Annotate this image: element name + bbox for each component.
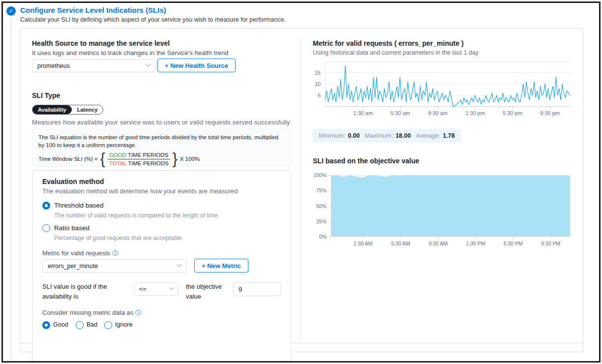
step-complete-check-icon: ✓ (6, 6, 16, 16)
minimum-label: Minimum: (319, 132, 345, 139)
x-axis-tick-label: 1:30 PM (458, 241, 493, 246)
new-health-source-button[interactable]: + New Health Source (157, 59, 236, 72)
page-title: Configure Service Level Indicatiors (SLI… (20, 6, 166, 14)
x-axis-tick-label: 9:30 am (421, 110, 455, 116)
y-axis-tick-label: 75% (308, 187, 327, 193)
sli-equation-box: The SLI equation is the number of good t… (32, 129, 291, 166)
x-axis-tick (400, 237, 401, 239)
y-axis-tick (329, 175, 331, 176)
x-axis-tick-label: 9:30 pm (533, 110, 567, 116)
x-axis-tick (363, 237, 363, 239)
sli-type-description: Measures how available your service was … (32, 119, 290, 126)
y-axis-tick-label: 50% (308, 203, 327, 209)
sli-type-heading: SLI Type (32, 91, 60, 99)
metric-chart-subtitle: Using historical data and current parame… (313, 49, 479, 56)
chevron-down-icon (177, 262, 182, 267)
missing-good-label[interactable]: Good (53, 321, 68, 328)
metric-dropdown-value: errors_per_minute (48, 263, 98, 270)
ratio-based-description: Percentage of good requests that are acc… (54, 235, 183, 242)
objective-label: the objective value (186, 282, 226, 302)
evaluation-heading: Evaluation method (42, 178, 104, 185)
threshold-based-label[interactable]: Threshold based (54, 202, 104, 209)
equation-fraction: GOOD TIME PERIODS TOTAL TIME PERIODS (108, 152, 170, 166)
x-axis-tick (475, 107, 476, 109)
chevron-down-icon (169, 285, 174, 290)
maximum-label: Maximum: (365, 132, 393, 139)
sli-type-option-availability[interactable]: Availability (32, 105, 72, 114)
missing-data-label: Consider missing metric data as ⓘ (42, 309, 141, 317)
x-axis-tick-label: 9:30 AM (421, 241, 455, 246)
health-source-dropdown[interactable]: prometheus (32, 59, 155, 72)
metric-label-text: Metric for valid requests (42, 249, 110, 257)
equation-lhs: Time Window SLI (%) = (38, 156, 98, 162)
y-axis-tick-label: 15 (308, 70, 321, 76)
objective-value-input[interactable] (233, 282, 281, 296)
sli-config-card: Health Source to manage the service leve… (20, 28, 583, 352)
y-axis-tick (329, 206, 331, 207)
metric-stats-badge: Minimum: 0.00 Maximum: 18.00 Average: 1.… (313, 129, 461, 143)
sli-chart-heading: SLI based on the objective value (313, 157, 419, 165)
missing-ignore-radio[interactable] (104, 321, 112, 329)
x-axis-tick-label: 1:30 am (346, 110, 380, 116)
health-source-description: It uses logs and metrics to track change… (32, 49, 228, 57)
close-brace: } (173, 151, 178, 167)
x-axis-tick (363, 107, 363, 109)
y-axis-tick-label: 100% (308, 172, 327, 178)
average-value: 1.78 (443, 132, 454, 139)
metric-dropdown[interactable]: errors_per_minute (42, 259, 186, 273)
operator-value: <= (139, 286, 147, 293)
y-axis-tick-label: 5 (308, 92, 321, 98)
evaluation-method-card: Evaluation method The evaluation method … (32, 170, 291, 364)
metric-valid-requests-label: Metric for valid requests ⓘ (42, 249, 118, 258)
x-axis-tick-label: 1:30 pm (458, 110, 492, 116)
missing-bad-radio[interactable] (76, 321, 84, 329)
y-axis-tick (329, 221, 331, 222)
y-axis-tick (329, 237, 331, 237)
ratio-based-radio[interactable] (42, 224, 50, 232)
x-axis-tick-label: 5:30 pm (495, 110, 530, 116)
evaluation-description: The evaluation method will determine how… (42, 187, 238, 195)
missing-data-text: Consider missing metric data as (42, 309, 133, 316)
sli-type-option-latency[interactable]: Latency (72, 105, 103, 114)
x-axis-tick (438, 107, 438, 109)
equation-rhs: X 100% (180, 156, 200, 162)
missing-ignore-label[interactable]: Ignore (115, 321, 132, 328)
good-time-periods: GOOD (109, 152, 126, 158)
y-axis-tick-label: 10 (308, 81, 321, 87)
page-subtitle: Calculate your SLI by defining which asp… (20, 16, 286, 23)
missing-good-radio[interactable] (42, 321, 50, 329)
info-icon[interactable]: ⓘ (135, 309, 142, 316)
column-divider (301, 37, 301, 341)
x-axis-tick-label: 5:30 am (383, 110, 418, 116)
sli-good-prefix: SLI value is good if the availability is (42, 282, 132, 302)
y-axis-tick-label: 25% (308, 218, 327, 224)
missing-bad-label[interactable]: Bad (87, 321, 97, 328)
metric-plot-area (325, 61, 570, 107)
x-axis-tick (400, 107, 401, 109)
total-time-periods: TOTAL (109, 160, 127, 166)
health-source-value: prometheus (37, 62, 70, 69)
x-axis-tick (513, 237, 513, 239)
threshold-based-description: The number of valid requests is compared… (54, 212, 219, 219)
x-axis-tick-label: 1:30 AM (346, 241, 380, 246)
average-label: Average: (416, 132, 440, 139)
info-icon[interactable]: ⓘ (112, 250, 119, 257)
x-axis-tick (476, 237, 476, 239)
numerator-rest: TIME PERIODS (128, 152, 168, 158)
threshold-based-radio[interactable] (42, 202, 50, 210)
x-axis-tick-label: 5:30 PM (496, 241, 530, 246)
x-axis-tick (550, 107, 550, 109)
y-axis-tick (329, 190, 331, 191)
x-axis-tick (512, 107, 513, 109)
operator-dropdown[interactable]: <= (134, 282, 179, 296)
new-metric-button[interactable]: + New Metric (194, 259, 248, 273)
health-source-heading: Health Source to manage the service leve… (32, 39, 170, 47)
metric-chart-heading: Metric for valid requests ( errors_per_m… (313, 39, 464, 47)
x-axis-tick-label: 9:30 PM (534, 241, 568, 246)
chevron-down-icon (146, 62, 151, 67)
sli-plot-area (331, 175, 570, 237)
sli-area-chart: 100%75%50%25%0%1:30 AM5:30 AM9:30 AM1:30… (308, 171, 571, 247)
equation-numerator: GOOD TIME PERIODS (108, 152, 170, 159)
x-axis-tick (551, 237, 551, 239)
ratio-based-label[interactable]: Ratio based (54, 224, 90, 232)
